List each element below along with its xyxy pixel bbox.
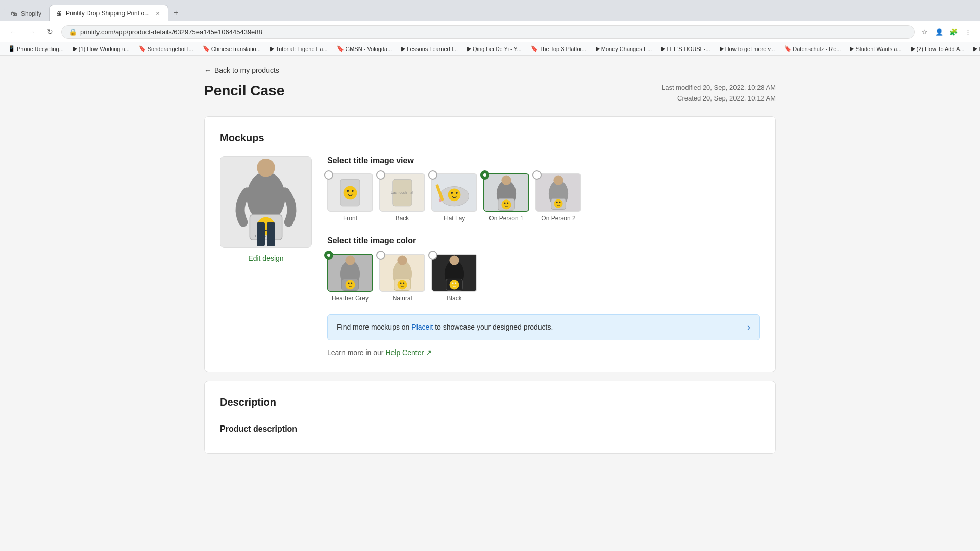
bookmark-14[interactable]: ▶Student Wants a... <box>848 44 903 53</box>
back-nav-button[interactable]: ← <box>6 24 20 39</box>
page-inner: ← Back to my products Pencil Case Last m… <box>184 66 796 454</box>
profile-icon[interactable]: 👤 <box>933 26 945 38</box>
bookmark-16[interactable]: ▶Download - Cook... <box>971 44 980 53</box>
color-label-natural: Natural <box>393 295 412 302</box>
radio-flatlay[interactable] <box>428 170 437 180</box>
bookmark-7[interactable]: ▶Lessons Learned f... <box>399 44 460 53</box>
placeit-arrow-icon: › <box>747 322 750 333</box>
view-option-back[interactable]: Lach doch ma! Back <box>379 173 425 222</box>
bookmark-12[interactable]: ▶How to get more v... <box>718 44 777 53</box>
mockups-layout: Lach doch ma... Edit design Select title… <box>220 156 760 357</box>
view-label-back: Back <box>396 215 409 222</box>
tab-printify-label: Printify Drop Shipping Print o... <box>66 10 150 17</box>
tab-shopify-label: Shopify <box>21 10 41 17</box>
svg-point-48 <box>397 255 407 265</box>
view-option-person1[interactable]: On Person 1 <box>483 173 529 222</box>
main-mockup-svg: Lach doch ma... <box>220 157 311 247</box>
bookmarks-bar: 📱Phone Recycling... ▶(1) How Working a..… <box>0 42 980 56</box>
view-label-front: Front <box>343 215 357 222</box>
placeit-link[interactable]: Placeit <box>411 323 433 331</box>
bookmark-15[interactable]: ▶(2) How To Add A... <box>909 44 967 53</box>
description-section: Description Product description <box>204 381 776 454</box>
placeit-banner[interactable]: Find more mockups on Placeit to showcase… <box>327 314 760 340</box>
forward-nav-button[interactable]: → <box>24 24 39 39</box>
view-thumb-flatlay <box>431 173 477 212</box>
svg-point-43 <box>345 280 355 289</box>
color-thumb-black <box>431 254 477 292</box>
svg-point-58 <box>452 282 454 284</box>
svg-point-59 <box>455 282 456 284</box>
edit-design-link[interactable]: Edit design <box>220 254 312 262</box>
view-thumb-person2 <box>535 173 581 212</box>
svg-point-14 <box>352 190 354 192</box>
new-tab-button[interactable]: + <box>169 4 182 21</box>
radio-back[interactable] <box>376 170 385 180</box>
svg-point-38 <box>559 201 560 203</box>
svg-point-20 <box>448 188 461 201</box>
help-center-link[interactable]: Help Center ↗ <box>385 348 432 357</box>
color-option-heather[interactable]: Heather Grey <box>327 254 373 302</box>
extensions-icon[interactable]: 🧩 <box>947 26 960 38</box>
bookmark-9[interactable]: 🔖The Top 3 Platfor... <box>529 44 589 53</box>
svg-rect-8 <box>257 222 265 246</box>
bookmark-6[interactable]: 🔖GMSN - Vologda... <box>335 44 395 53</box>
external-link-icon: ↗ <box>426 348 432 357</box>
browser-icons: ☆ 👤 🧩 ⋮ <box>919 26 974 38</box>
bookmark-13[interactable]: 🔖Datenschutz - Re... <box>782 44 843 53</box>
view-option-flatlay[interactable]: Flat Lay <box>431 173 477 222</box>
view-option-front[interactable]: Front <box>327 173 373 222</box>
radio-person1[interactable] <box>480 170 489 180</box>
back-link-text: Back to my products <box>214 66 279 74</box>
color-label-heather: Heather Grey <box>332 295 369 302</box>
back-to-products-link[interactable]: ← Back to my products <box>204 66 776 74</box>
color-label-black: Black <box>447 295 461 302</box>
color-option-natural[interactable]: Natural <box>379 254 425 302</box>
bookmark-4[interactable]: 🔖Chinese translatio... <box>201 44 263 53</box>
radio-heather[interactable] <box>324 251 333 260</box>
radio-person2[interactable] <box>532 170 542 180</box>
product-description-label: Product description <box>220 424 760 434</box>
help-center-row: Learn more in our Help Center ↗ <box>327 348 760 357</box>
bookmark-2[interactable]: ▶(1) How Working a... <box>71 44 132 53</box>
view-option-person2[interactable]: On Person 2 <box>535 173 581 222</box>
view-thumb-wrapper-back: Lach doch ma! <box>379 173 425 212</box>
view-thumb-wrapper-front <box>327 173 373 212</box>
bookmark-3[interactable]: 🔖Sonderangebot l... <box>137 44 195 53</box>
color-options: Heather Grey <box>327 254 760 302</box>
svg-point-34 <box>553 175 563 185</box>
address-bar: ← → ↻ 🔒 printify.com/app/product-details… <box>0 21 980 42</box>
svg-point-2 <box>257 159 275 177</box>
mockups-section: Mockups <box>204 116 776 372</box>
view-thumb-wrapper-person1 <box>483 173 529 212</box>
url-bar[interactable]: 🔒 printify.com/app/product-details/63297… <box>61 25 915 39</box>
svg-point-36 <box>554 199 562 208</box>
svg-point-55 <box>449 255 459 265</box>
radio-black[interactable] <box>428 251 437 260</box>
color-option-black[interactable]: Black <box>431 254 477 302</box>
bookmark-10[interactable]: ▶Money Changes E... <box>594 44 654 53</box>
menu-icon[interactable]: ⋮ <box>962 26 974 38</box>
view-thumb-front <box>327 173 373 212</box>
svg-point-44 <box>348 282 350 284</box>
view-label-person2: On Person 2 <box>541 215 575 222</box>
bookmark-11[interactable]: ▶LEE'S HOUSE-... <box>659 44 712 53</box>
view-options: Front Lach doch ma! <box>327 173 760 222</box>
radio-natural[interactable] <box>376 251 385 260</box>
bookmark-icon[interactable]: ☆ <box>919 26 931 38</box>
bookmark-8[interactable]: ▶Qing Fei De Yi - Y... <box>465 44 524 53</box>
main-image-column: Lach doch ma... Edit design <box>220 156 312 357</box>
url-text: printify.com/app/product-details/632975e… <box>80 28 262 36</box>
radio-front[interactable] <box>324 170 333 180</box>
tab-printify[interactable]: 🖨 Printify Drop Shipping Print o... ✕ <box>49 5 168 21</box>
bookmark-1[interactable]: 📱Phone Recycling... <box>6 44 66 53</box>
page-content: ← Back to my products Pencil Case Last m… <box>0 56 980 546</box>
svg-point-22 <box>456 192 458 194</box>
tab-close-button[interactable]: ✕ <box>154 9 162 17</box>
tab-shopify[interactable]: 🛍 Shopify <box>4 6 48 21</box>
reload-button[interactable]: ↻ <box>43 24 57 39</box>
svg-point-52 <box>403 282 404 284</box>
bookmark-5[interactable]: ▶Tutorial: Eigene Fa... <box>268 44 330 53</box>
select-color-label: Select title image color <box>327 236 760 245</box>
svg-point-50 <box>397 280 407 289</box>
svg-rect-9 <box>267 222 275 246</box>
